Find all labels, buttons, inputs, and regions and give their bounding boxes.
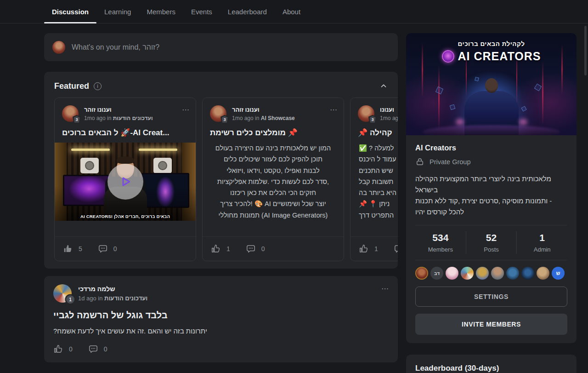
author-avatar[interactable]: 3 — [210, 105, 226, 122]
invite-members-button[interactable]: INVITE MEMBERS — [415, 314, 567, 335]
video-caption: AI CREATORS! אהלן‎ חברים,‎ ברוכים‎ הבאים… — [55, 214, 196, 219]
banner-glow-hand — [519, 119, 527, 125]
member-avatars-row: ב‎ד ש — [415, 267, 567, 280]
tab-events[interactable]: Events — [183, 0, 220, 23]
banner-light-streak — [438, 65, 440, 130]
comment-button[interactable]: 0 — [88, 344, 107, 354]
featured-card-tools[interactable]: 3 זוהר‎ וענונו‎ 1mo ago in AI Showcase ⋯… — [202, 98, 344, 261]
like-button[interactable]: 0 — [53, 344, 73, 354]
composer-prompt: What's on your mind, זוהר? — [72, 43, 159, 52]
post-title: לגביי‎ הרשמה‎ של‎ גוגל‎ בלבד‎ — [53, 310, 389, 321]
member-avatar[interactable] — [537, 267, 549, 280]
author-avatar[interactable]: 1 — [53, 284, 72, 303]
author-name[interactable]: מרדכי‎ שלמה‎ — [78, 285, 147, 293]
brain-logo-icon — [442, 50, 454, 63]
tab-leaderboard[interactable]: Leaderboard — [220, 0, 275, 23]
like-button[interactable]: 1 — [211, 244, 230, 254]
comment-button[interactable]: 0 — [246, 244, 265, 254]
privacy-label: Private Group — [430, 158, 470, 166]
post-meta: 1mo ago in AI Showcase — [232, 115, 295, 121]
banner-group-title: AI CREATORS — [458, 50, 541, 63]
like-button[interactable]: 1 — [359, 244, 378, 254]
floating-cube — [450, 104, 456, 110]
member-avatar[interactable] — [461, 267, 474, 280]
featured-card-community[interactable]: 3 וענונו‎ 1mo ago in 📌 קהילה‎ ✅ ? למעלה‎… — [350, 98, 398, 261]
level-badge: 3 — [368, 115, 377, 124]
divider — [415, 260, 567, 260]
group-info-card: ברוכים‎ הבאים‎ לקהילת‎ AI CREATORS AI Cr… — [406, 33, 577, 343]
featured-card-welcome[interactable]: 3 זוהר‎ וענונו‎ 1mo ago in הודעות‎ ועדכו… — [54, 98, 196, 261]
floating-cube — [435, 86, 443, 94]
category-link[interactable]: הודעות‎ ועדכונים‎ — [113, 115, 153, 121]
author-avatar[interactable]: 3 — [358, 105, 374, 122]
group-description: הקהילה‎ המקצועית‎ ביותר‎ ליוצרי‎ בינה‎ מ… — [415, 173, 567, 218]
page-scrollbar[interactable] — [584, 26, 587, 75]
chevron-up-icon[interactable] — [379, 82, 388, 90]
tab-learning[interactable]: Learning — [96, 0, 139, 23]
banner-figure-head — [485, 78, 498, 93]
banner-light-streak — [542, 61, 543, 125]
settings-button[interactable]: SETTINGS — [415, 287, 567, 307]
like-count: 1 — [374, 245, 378, 252]
comment-count: 0 — [113, 245, 117, 252]
member-avatar[interactable] — [521, 267, 534, 280]
member-avatar[interactable] — [491, 267, 504, 280]
post-composer[interactable]: What's on your mind, זוהר? — [44, 33, 398, 61]
featured-section: Featured i 3 זוהר‎ וענונו‎ 1mo ago in — [44, 72, 398, 269]
thumb-up-icon — [53, 344, 63, 354]
info-icon[interactable]: i — [94, 82, 102, 90]
member-avatar[interactable]: ש — [552, 267, 565, 280]
video-thumbnail[interactable]: AI CREATORS! אהלן‎ חברים,‎ ברוכים‎ הבאים… — [55, 143, 196, 221]
more-menu-icon[interactable]: ⋯ — [330, 105, 337, 114]
post-title: 📌 קהילה‎ — [351, 128, 398, 138]
tab-members[interactable]: Members — [139, 0, 183, 23]
post-meta: 1mo ago in הודעות‎ ועדכונים‎ — [84, 115, 153, 121]
comment-count: 0 — [104, 345, 107, 353]
author-name[interactable]: וענונו‎ — [380, 106, 398, 113]
feed-post[interactable]: ⋯ 1 מרדכי‎ שלמה‎ 1d ago in הודעות‎ ועדכו… — [44, 276, 398, 362]
member-avatar[interactable] — [476, 267, 489, 280]
author-name[interactable]: זוהר‎ וענונו‎ — [84, 106, 153, 113]
thumb-up-icon — [63, 244, 73, 254]
feed-column: What's on your mind, זוהר? Featured i 3 — [44, 33, 398, 362]
post-meta: 1d ago in הודעות‎ ועדכונים‎ — [78, 295, 147, 302]
lock-icon — [415, 157, 424, 166]
group-banner: ברוכים‎ הבאים‎ לקהילת‎ AI CREATORS — [406, 33, 577, 135]
level-badge: 3 — [73, 115, 81, 124]
post-meta: 1mo ago in — [380, 115, 398, 121]
thumb-up-icon — [211, 244, 221, 254]
member-avatar[interactable] — [506, 267, 519, 280]
tab-about[interactable]: About — [275, 0, 308, 23]
more-menu-icon[interactable]: ⋯ — [182, 105, 189, 114]
tab-discussion[interactable]: Discussion — [44, 0, 96, 23]
comment-button[interactable]: 0 — [98, 244, 117, 254]
banner-desk-glow — [423, 125, 560, 135]
comment-icon — [394, 244, 398, 254]
comment-button[interactable]: 0 — [394, 244, 398, 254]
more-menu-icon[interactable]: ⋯ — [381, 284, 389, 293]
like-button[interactable]: 5 — [63, 244, 82, 254]
current-user-avatar[interactable] — [52, 41, 65, 54]
member-avatar[interactable]: ב‎ד — [430, 267, 443, 280]
comment-icon — [98, 244, 108, 254]
comment-icon — [246, 244, 256, 254]
category-link[interactable]: AI Showcase — [261, 115, 295, 121]
featured-title: Featured — [54, 81, 89, 91]
category-link[interactable]: הודעות‎ ועדכונים‎ — [104, 295, 147, 302]
level-badge: 3 — [220, 115, 229, 124]
floating-cube — [521, 106, 526, 111]
member-avatar[interactable] — [415, 267, 428, 280]
like-count: 0 — [69, 345, 73, 353]
stat-admins: 1 Admin — [516, 231, 567, 254]
member-avatar[interactable] — [446, 267, 458, 280]
banner-glow-hand — [456, 119, 464, 125]
stat-members: 534 Members — [415, 231, 466, 254]
author-name[interactable]: זוהר‎ וענונו‎ — [232, 106, 295, 113]
play-button[interactable] — [107, 164, 143, 200]
post-excerpt: ✅ ? למעלה‎היכנס‎ ל‎ עמוד‎התכנים‎ שיש‎קבל… — [351, 143, 398, 221]
author-avatar[interactable]: 3 — [62, 105, 79, 122]
like-count: 1 — [226, 245, 230, 252]
post-excerpt: בעולם‎ היצירה‎ עם‎ בינה‎ מלאכותית‎ יש‎ ה… — [203, 143, 344, 221]
leaderboard-card: Leaderboard (30-days) — [406, 355, 577, 373]
group-sidebar: ברוכים‎ הבאים‎ לקהילת‎ AI CREATORS AI Cr… — [406, 33, 577, 373]
